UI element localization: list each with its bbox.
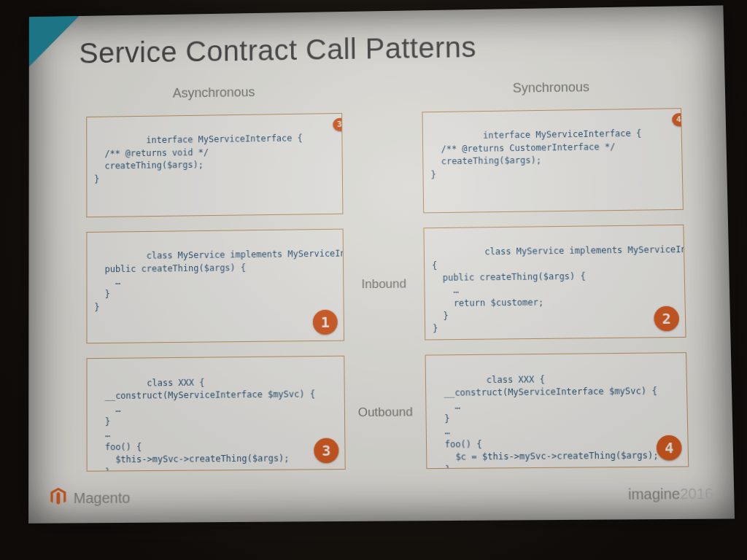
- slide-title: Service Contract Call Patterns: [29, 5, 724, 74]
- pattern-badge-2: 2: [654, 306, 679, 332]
- code-sync-outbound: class XXX { __construct(MyServiceInterfa…: [425, 352, 689, 469]
- slide-projection: Service Contract Call Patterns Asynchron…: [26, 9, 727, 519]
- slide-footer: Magento imagine2016: [49, 483, 713, 510]
- code-text: class XXX { __construct(MyServiceInterfa…: [94, 377, 315, 471]
- event-label: imagine2016: [628, 486, 713, 503]
- event-year: 2016: [680, 486, 713, 502]
- code-text: class MyService implements MyServiceInte…: [94, 248, 344, 312]
- magento-logo: Magento: [49, 486, 130, 510]
- mini-badge: 3: [333, 118, 343, 131]
- corner-accent: [29, 16, 80, 67]
- column-spacer: [349, 79, 415, 98]
- row-label-inbound: Inbound: [351, 276, 417, 292]
- pattern-badge-1: 1: [313, 310, 338, 335]
- row-spacer: [349, 112, 416, 214]
- code-text: interface MyServiceInterface { /** @retu…: [94, 133, 303, 184]
- brand-text: Magento: [74, 489, 131, 507]
- code-async-outbound: class XXX { __construct(MyServiceInterfa…: [87, 356, 346, 472]
- column-header-sync: Synchronous: [422, 78, 681, 97]
- event-name: imagine: [628, 486, 681, 502]
- row-label-outbound: Outbound: [352, 405, 419, 420]
- mini-badge: 4: [672, 113, 684, 126]
- code-async-inbound: class MyService implements MyServiceInte…: [86, 228, 344, 343]
- code-text: class MyService implements MyServiceInte…: [432, 244, 686, 333]
- photo-background: Service Contract Call Patterns Asynchron…: [0, 0, 747, 560]
- pattern-badge-3: 3: [314, 438, 338, 464]
- column-header-async: Asynchronous: [86, 83, 342, 102]
- slide: Service Contract Call Patterns Asynchron…: [28, 5, 735, 523]
- code-sync-inbound: class MyService implements MyServiceInte…: [423, 225, 686, 341]
- code-text: interface MyServiceInterface { /** @retu…: [430, 128, 641, 179]
- code-sync-interface: interface MyServiceInterface { /** @retu…: [422, 108, 684, 213]
- code-async-interface: interface MyServiceInterface { /** @retu…: [86, 113, 343, 217]
- pattern-grid: Asynchronous Synchronous interface MySer…: [86, 74, 689, 471]
- pattern-badge-4: 4: [657, 435, 682, 461]
- code-text: class XXX { __construct(MyServiceInterfa…: [433, 374, 659, 469]
- magento-icon: [49, 487, 68, 510]
